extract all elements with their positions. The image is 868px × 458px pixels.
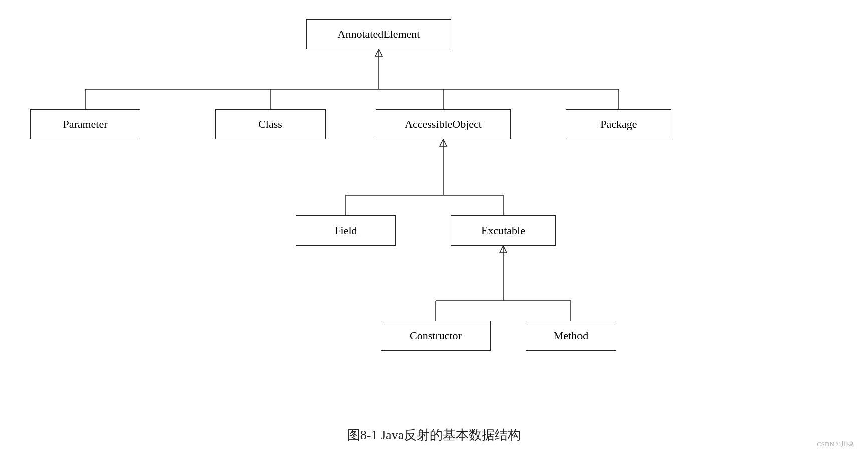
- node-method: Method: [526, 321, 616, 351]
- diagram-caption: 图8-1 Java反射的基本数据结构: [347, 426, 521, 444]
- svg-marker-11: [440, 139, 447, 146]
- svg-marker-6: [375, 49, 382, 56]
- diagram-lines: [0, 0, 868, 458]
- node-constructor: Constructor: [381, 321, 491, 351]
- node-field: Field: [296, 215, 396, 246]
- node-excutable: Excutable: [451, 215, 556, 246]
- node-class: Class: [215, 109, 326, 139]
- node-accessibleObject: AccessibleObject: [376, 109, 511, 139]
- svg-marker-16: [500, 246, 507, 253]
- node-package: Package: [566, 109, 671, 139]
- node-parameter: Parameter: [30, 109, 140, 139]
- watermark: CSDN ©川鸣: [817, 440, 854, 449]
- diagram-container: AnnotatedElement Parameter Class Accessi…: [0, 0, 868, 458]
- node-annotatedElement: AnnotatedElement: [306, 19, 451, 49]
